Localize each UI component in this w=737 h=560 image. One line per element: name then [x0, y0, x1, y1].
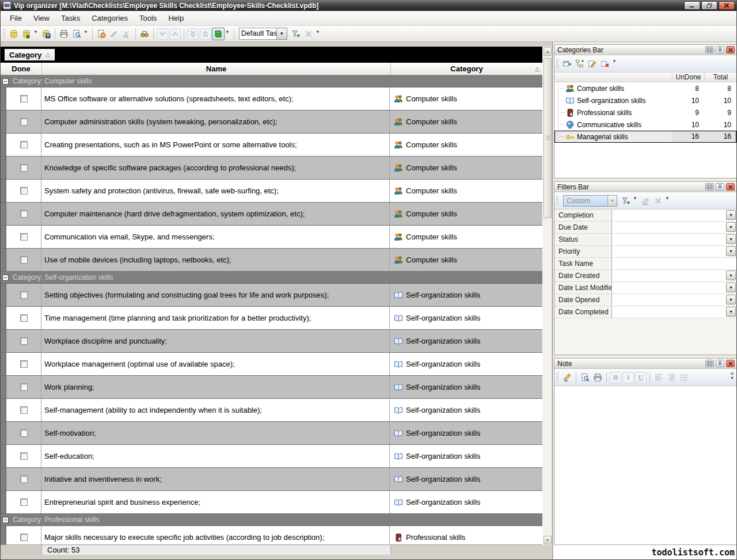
restore-button[interactable]: [701, 1, 717, 10]
task-row[interactable]: Knowledge of specific software packages …: [1, 157, 542, 180]
toolbar-grip[interactable]: [556, 196, 559, 206]
menu-file[interactable]: File: [4, 12, 28, 25]
new-database-button[interactable]: [7, 28, 20, 40]
task-row[interactable]: MS Office software or alternative soluti…: [1, 87, 542, 111]
filter-dropdown-button[interactable]: ▼: [726, 246, 736, 256]
filter-value-field[interactable]: ▼: [612, 270, 736, 281]
underline-button[interactable]: U: [635, 372, 647, 383]
grid-scrollbar[interactable]: ▲ ▼: [542, 47, 552, 545]
clear-filter-button[interactable]: [302, 28, 315, 40]
edit-task-button[interactable]: [108, 28, 120, 40]
task-row[interactable]: Self-management (ability to act independ…: [1, 399, 542, 422]
done-checkbox[interactable]: [20, 498, 28, 506]
bullet-list-button[interactable]: [678, 371, 690, 384]
filter-value-field[interactable]: ▼: [612, 222, 736, 233]
scroll-down-button[interactable]: ▼: [544, 536, 552, 544]
move-bottom-button[interactable]: [187, 28, 199, 40]
panel-pin-icon[interactable]: [716, 46, 724, 54]
category-tree-item[interactable]: Managerial skills1616: [554, 131, 736, 143]
task-row[interactable]: System safety and protection (antivirus,…: [1, 180, 542, 203]
done-checkbox[interactable]: [20, 314, 28, 322]
panel-minimize-icon[interactable]: [705, 183, 714, 191]
menu-help[interactable]: Help: [162, 12, 189, 25]
filter-value-field[interactable]: ▼: [612, 209, 736, 221]
task-row[interactable]: Major skills necessary to execute specif…: [1, 526, 542, 544]
dropdown-arrow-icon[interactable]: ▼: [83, 26, 90, 35]
add-category-button[interactable]: [561, 58, 573, 70]
dropdown-arrow-icon[interactable]: ▼: [632, 192, 639, 201]
task-row[interactable]: Self-motivation;Self-organization skills: [1, 422, 542, 445]
align-right-button[interactable]: [665, 371, 678, 384]
task-template-combo[interactable]: Default Task▼: [239, 28, 287, 40]
filter-dropdown-button[interactable]: ▼: [726, 307, 736, 317]
open-database-button[interactable]: [20, 28, 33, 40]
chevron-down-icon[interactable]: ▼: [607, 196, 617, 206]
move-down-button[interactable]: [157, 28, 168, 40]
delete-category-button[interactable]: [599, 58, 611, 70]
filter-dropdown-button[interactable]: ▼: [726, 283, 736, 292]
done-checkbox[interactable]: [20, 141, 28, 148]
move-up-button[interactable]: [169, 28, 181, 40]
done-checkbox[interactable]: [20, 406, 28, 414]
notebook-view-button[interactable]: [212, 28, 225, 40]
group-header[interactable]: −Category: Computer skills: [1, 75, 542, 87]
toolbar-overflow-button[interactable]: »▼: [730, 369, 736, 380]
done-checkbox[interactable]: [20, 187, 28, 195]
italic-button[interactable]: I: [622, 372, 634, 383]
collapse-icon[interactable]: −: [2, 78, 9, 85]
panel-close-icon[interactable]: [726, 46, 735, 54]
filter-value-field[interactable]: ▼: [612, 294, 736, 306]
filter-preset-combo[interactable]: Custom ▼: [563, 195, 617, 207]
task-row[interactable]: Computer maintenance (hard drive defragm…: [1, 203, 542, 226]
panel-close-icon[interactable]: [726, 183, 735, 191]
done-checkbox[interactable]: [20, 534, 28, 541]
done-checkbox[interactable]: [20, 383, 28, 391]
panel-minimize-icon[interactable]: [705, 360, 714, 367]
eraser-button[interactable]: [639, 195, 652, 207]
task-row[interactable]: Workplace discipline and punctuality;Sel…: [1, 330, 542, 353]
collapse-icon[interactable]: −: [2, 275, 9, 281]
collapse-icon[interactable]: −: [2, 517, 9, 523]
edit-note-button[interactable]: [561, 371, 573, 384]
group-header[interactable]: −Category: Professional skills: [1, 514, 542, 526]
filter-value-field[interactable]: [612, 258, 736, 269]
done-checkbox[interactable]: [20, 291, 28, 299]
clear-filter-button[interactable]: [652, 195, 664, 207]
filter-dropdown-button[interactable]: ▼: [726, 222, 736, 232]
category-tree-item[interactable]: Self-organization skills1010: [554, 94, 736, 106]
print-preview-button[interactable]: [579, 371, 591, 384]
note-editor[interactable]: [554, 386, 736, 544]
task-row[interactable]: Initiative and inventiveness in work;Sel…: [1, 468, 542, 491]
new-task-button[interactable]: [95, 28, 108, 40]
close-button[interactable]: [719, 1, 735, 10]
panel-pin-icon[interactable]: [716, 183, 724, 191]
category-tree-item[interactable]: Communicative skills1010: [554, 119, 736, 131]
print-button[interactable]: [58, 28, 70, 40]
panel-close-icon[interactable]: [726, 360, 735, 367]
column-header-category[interactable]: Category △: [391, 63, 542, 75]
done-checkbox[interactable]: [20, 337, 28, 345]
task-row[interactable]: Communication via email, Skype, and mess…: [1, 226, 542, 249]
scrollbar-thumb[interactable]: [544, 58, 552, 218]
scroll-up-button[interactable]: ▲: [544, 47, 552, 56]
task-row[interactable]: Work planning;Self-organization skills: [1, 376, 542, 399]
edit-category-button[interactable]: [586, 58, 599, 70]
menu-categories[interactable]: Categories: [86, 12, 134, 25]
done-checkbox[interactable]: [20, 233, 28, 241]
task-row[interactable]: Time management (time planning and task …: [1, 307, 542, 330]
dropdown-arrow-icon[interactable]: ▼: [33, 26, 40, 35]
menu-view[interactable]: View: [28, 12, 55, 25]
cut-task-button[interactable]: [120, 28, 133, 40]
filter-value-field[interactable]: ▼: [612, 234, 736, 245]
done-checkbox[interactable]: [20, 429, 28, 437]
done-checkbox[interactable]: [20, 95, 28, 102]
task-row[interactable]: Self-education;Self-organization skills: [1, 445, 542, 468]
chevron-down-icon[interactable]: ▼: [277, 28, 287, 40]
done-checkbox[interactable]: [20, 452, 28, 460]
dropdown-arrow-icon[interactable]: ▼: [664, 192, 671, 201]
apply-template-button[interactable]: [290, 28, 302, 40]
column-header-name[interactable]: Name: [42, 63, 391, 75]
filter-value-field[interactable]: ▼: [612, 246, 736, 257]
group-header[interactable]: −Category: Self-organization skills: [1, 272, 542, 284]
dropdown-arrow-icon[interactable]: ▼: [611, 55, 618, 64]
